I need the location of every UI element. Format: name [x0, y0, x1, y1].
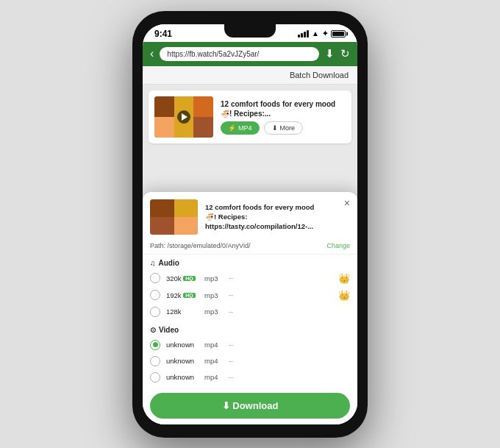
download-icon[interactable]: ⬇: [325, 47, 335, 60]
more-button[interactable]: ⬇ More: [264, 121, 304, 135]
change-path-button[interactable]: Change: [326, 242, 350, 249]
thumb-2: [174, 96, 194, 138]
status-right: ▲ ✦: [298, 29, 346, 38]
audio-section: ♫ Audio 320k HQ mp3 -- 👑 192k HQ mp3: [143, 255, 357, 321]
batch-header-label: Batch Download: [290, 71, 349, 79]
thumb-1: [154, 96, 174, 117]
type-320k: mp3: [204, 274, 223, 282]
play-icon: [182, 113, 188, 121]
audio-section-title: ♫ Audio: [150, 259, 350, 267]
signal-bars: [298, 30, 309, 38]
notch: [224, 24, 276, 38]
quality-320k: 320k HQ: [166, 274, 199, 282]
quality-video-3: unknown: [166, 373, 199, 381]
thumb-5: [193, 117, 213, 138]
download-modal: 12 comfort foods for every mood 🍜! Recip…: [143, 192, 357, 424]
wifi-icon: ▲: [312, 29, 319, 38]
modal-thumbnail: [150, 199, 198, 235]
browser-icons: ⬇ ↻: [325, 47, 350, 60]
video-card-info: 12 comfort foods for every mood 🍜! Recip…: [221, 99, 346, 135]
modal-header: 12 comfort foods for every mood 🍜! Recip…: [143, 192, 357, 239]
radio-selected-indicator: [153, 342, 158, 347]
crown-icon-192k: 👑: [338, 290, 350, 301]
battery-icon: [331, 30, 346, 38]
radio-320k[interactable]: [150, 273, 160, 283]
modal-title: 12 comfort foods for every mood 🍜! Recip…: [205, 202, 350, 232]
video-section: ⊙ Video unknown mp4 -- unknown: [143, 321, 357, 387]
modal-path: Path: /storage/emulated/0/AnyVid/ Change: [143, 239, 357, 255]
type-video-2: mp4: [204, 357, 223, 365]
quality-192k: 192k HQ: [166, 291, 199, 299]
modal-thumb-2: [174, 199, 199, 217]
download-icon-small: ⬇: [272, 124, 278, 132]
video-section-title: ⊙ Video: [150, 326, 350, 334]
type-video-1: mp4: [204, 341, 223, 349]
video-format-3: unknown mp4 --: [150, 369, 350, 385]
video-format-1: unknown mp4 --: [150, 337, 350, 353]
video-thumbnail: [154, 96, 213, 138]
modal-thumb-4: [174, 217, 199, 235]
phone-screen: 9:41 ▲ ✦ ‹ https://fb.watch/5a2vJZy5ar/: [143, 24, 357, 424]
type-192k: mp3: [204, 291, 223, 299]
radio-video-2[interactable]: [150, 356, 160, 366]
audio-format-320k: 320k HQ mp3 -- 👑: [150, 270, 350, 287]
radio-video-1[interactable]: [150, 340, 160, 350]
type-video-3: mp4: [204, 373, 223, 381]
video-icon: ⊙: [150, 326, 156, 334]
radio-video-3[interactable]: [150, 372, 160, 383]
close-button[interactable]: ×: [344, 198, 350, 208]
type-128k: mp3: [204, 307, 223, 316]
quality-video-2: unknown: [166, 357, 199, 365]
thumb-3: [193, 96, 213, 117]
quality-128k: 128k: [166, 307, 199, 316]
status-time: 9:41: [154, 29, 172, 39]
modal-video-info: 12 comfort foods for every mood 🍜! Recip…: [205, 202, 350, 232]
modal-thumb-3: [150, 217, 174, 235]
audio-format-192k: 192k HQ mp3 -- 👑: [150, 287, 350, 304]
dash-128k: --: [229, 308, 350, 316]
content-area: Batch Download: [143, 66, 357, 424]
play-overlay: [177, 110, 190, 124]
refresh-icon[interactable]: ↻: [340, 47, 350, 60]
video-format-2: unknown mp4 --: [150, 353, 350, 369]
phone-frame: 9:41 ▲ ✦ ‹ https://fb.watch/5a2vJZy5ar/: [132, 11, 368, 438]
path-text: Path: /storage/emulated/0/AnyVid/: [150, 242, 250, 249]
crown-icon-320k: 👑: [338, 273, 350, 284]
dash-video-2: --: [229, 358, 350, 365]
thumb-4: [154, 117, 174, 138]
browser-bar: ‹ https://fb.watch/5a2vJZy5ar/ ⬇ ↻: [143, 42, 357, 66]
mp4-button[interactable]: ⚡ MP4: [221, 121, 260, 135]
dash-192k: --: [229, 291, 332, 299]
batch-header: Batch Download: [143, 66, 357, 85]
music-icon: ♫: [150, 259, 156, 267]
lightning-icon: ⚡: [228, 124, 236, 132]
back-button[interactable]: ‹: [150, 48, 154, 60]
video-actions: ⚡ MP4 ⬇ More: [221, 121, 346, 135]
dash-video-3: --: [229, 374, 350, 381]
video-card: 12 comfort foods for every mood 🍜! Recip…: [149, 90, 351, 143]
audio-format-128k: 128k mp3 --: [150, 304, 350, 320]
modal-thumb-1: [150, 199, 174, 217]
quality-video-1: unknown: [166, 341, 199, 349]
bluetooth-icon: ✦: [322, 29, 328, 38]
url-bar[interactable]: https://fb.watch/5a2vJZy5ar/: [160, 47, 319, 61]
download-button[interactable]: ⬇ Download: [150, 393, 350, 419]
dash-video-1: --: [229, 341, 350, 349]
dash-320k: --: [229, 274, 332, 282]
video-card-title: 12 comfort foods for every mood 🍜! Recip…: [221, 99, 346, 118]
radio-192k[interactable]: [150, 290, 160, 300]
radio-128k[interactable]: [150, 307, 160, 317]
